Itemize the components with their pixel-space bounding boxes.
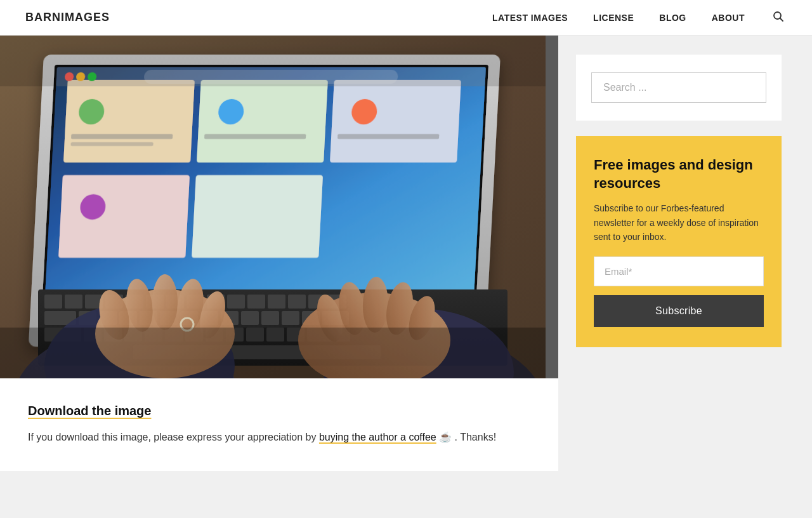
site-logo[interactable]: BARNIMAGES (25, 11, 110, 24)
svg-rect-17 (70, 142, 153, 146)
main-nav: LATEST IMAGES LICENSE BLOG ABOUT (492, 8, 787, 27)
svg-point-75 (152, 274, 178, 330)
search-box (576, 55, 782, 121)
search-input[interactable] (591, 72, 766, 103)
email-input[interactable] (594, 256, 764, 286)
hero-image: MacBook Air (0, 36, 558, 378)
download-title: Download the image (28, 404, 530, 418)
nav-blog[interactable]: BLOG (659, 13, 686, 23)
svg-rect-53 (282, 311, 299, 325)
download-text-before: If you download this image, please expre… (28, 432, 319, 442)
svg-rect-10 (58, 175, 190, 258)
svg-rect-8 (197, 80, 328, 163)
svg-rect-19 (337, 134, 439, 139)
svg-rect-9 (330, 80, 461, 163)
coffee-emoji: ☕ (439, 432, 452, 442)
search-icon-button[interactable] (770, 8, 787, 27)
subscribe-button[interactable]: Subscribe (594, 295, 764, 327)
svg-rect-29 (65, 295, 82, 309)
svg-rect-28 (44, 295, 62, 309)
site-header: BARNIMAGES LATEST IMAGES LICENSE BLOG AB… (0, 0, 812, 36)
search-icon (773, 11, 784, 22)
svg-rect-11 (192, 175, 323, 258)
sidebar: Free images and design resources Subscri… (558, 36, 799, 471)
svg-rect-88 (0, 328, 546, 378)
svg-rect-51 (241, 311, 259, 325)
svg-rect-18 (204, 134, 306, 139)
svg-rect-38 (247, 295, 265, 309)
newsletter-box: Free images and design resources Subscri… (576, 136, 782, 347)
nav-about[interactable]: ABOUT (712, 13, 745, 23)
main-content: MacBook Air (0, 36, 812, 471)
svg-rect-37 (227, 295, 245, 309)
svg-rect-87 (0, 36, 546, 86)
laptop-scene-svg: MacBook Air (0, 36, 546, 378)
svg-rect-52 (261, 311, 279, 325)
newsletter-description: Subscribe to our Forbes-featured newslet… (594, 201, 764, 244)
newsletter-title: Free images and design resources (594, 156, 764, 192)
svg-rect-16 (71, 134, 173, 139)
nav-license[interactable]: LICENSE (593, 13, 634, 23)
download-text: If you download this image, please expre… (28, 428, 530, 446)
article-body: Download the image If you download this … (0, 378, 558, 471)
buying-coffee-link[interactable]: buying the author a coffee (319, 432, 436, 442)
svg-line-1 (780, 18, 783, 22)
svg-rect-39 (268, 295, 285, 309)
svg-rect-40 (288, 295, 306, 309)
nav-latest-images[interactable]: LATEST IMAGES (492, 13, 568, 23)
download-text-after: . Thanks! (455, 432, 497, 442)
article-area: MacBook Air (0, 36, 558, 471)
